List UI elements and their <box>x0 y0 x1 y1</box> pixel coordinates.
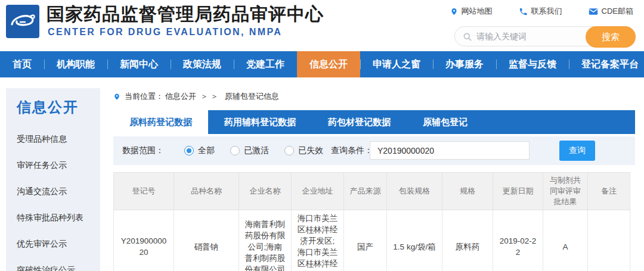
column-header-company-address: 企业地址 <box>292 173 344 210</box>
nav-item-services[interactable]: 办事服务 <box>433 51 496 77</box>
phone-icon <box>519 7 528 16</box>
column-header-spec: 规格 <box>442 173 493 210</box>
cell-update-date: 2019-02-22 <box>493 210 543 271</box>
query-condition-input[interactable] <box>370 141 530 160</box>
column-header-packaging-spec: 包装规格 <box>387 173 442 210</box>
cell-joint-review-result: A <box>543 210 588 271</box>
nav-item-policy[interactable]: 政策法规 <box>171 51 234 77</box>
radio-label-all: 全部 <box>198 145 215 156</box>
table-row[interactable]: Y20190000020 硝普钠 海南普利制药股份有限公司;海南普利制药股份有限… <box>114 210 630 271</box>
column-header-remarks: 备注 <box>588 173 630 210</box>
breadcrumb: 当前位置：信息公开 ＞＞ 原辅包登记信息 <box>113 88 635 105</box>
tab-raw-aux-pack-registration[interactable]: 原辅包登记 <box>407 110 484 134</box>
tab-packaging-registration-data[interactable]: 药包材登记数据 <box>312 110 407 134</box>
location-pin-icon <box>113 92 120 101</box>
column-header-product-origin: 产品来源 <box>344 173 387 210</box>
envelope-icon <box>589 8 598 15</box>
radio-icon[interactable] <box>284 146 294 155</box>
cell-packaging-spec: 1.5 kg/袋/箱 <box>387 210 442 271</box>
sidebar-item-breakthrough-therapy[interactable]: 突破性治疗公示 <box>6 257 100 271</box>
breadcrumb-separator: ＞＞ <box>200 91 221 102</box>
scope-label: 数据范围： <box>122 145 164 156</box>
radio-icon[interactable] <box>184 146 194 155</box>
column-header-variety-name: 品种名称 <box>174 173 239 210</box>
nav-item-applicant-window[interactable]: 申请人之窗 <box>360 51 433 77</box>
site-title-cn: 国家药品监督管理局药品审评中心 <box>47 2 324 27</box>
site-title-en: CENTER FOR DRUG EVALUATION, NMPA <box>48 27 282 38</box>
cell-spec: 原料药 <box>442 210 493 271</box>
tab-api-registration-data[interactable]: 原料药登记数据 <box>113 110 208 134</box>
nav-item-org-functions[interactable]: 机构职能 <box>44 51 107 77</box>
search-button[interactable]: 搜索 <box>586 26 636 48</box>
nav-item-supervision-feedback[interactable]: 监督与反馈 <box>496 51 569 77</box>
column-header-update-date: 更新日期 <box>493 173 543 210</box>
page: 国家药品监督管理局药品审评中心 CENTER FOR DRUG EVALUATI… <box>0 0 644 271</box>
search-input[interactable] <box>476 27 584 45</box>
cde-mail-link-label: CDE邮箱 <box>602 6 633 17</box>
query-button[interactable]: 查询 <box>559 141 595 161</box>
query-condition-label: 查询条件： <box>331 145 373 156</box>
site-header: 国家药品监督管理局药品审评中心 CENTER FOR DRUG EVALUATI… <box>0 0 644 51</box>
sitemap-link-label: 网站地图 <box>462 6 493 17</box>
radio-label-activated: 已激活 <box>244 145 269 156</box>
sidebar-item-priority-review[interactable]: 优先审评公示 <box>6 231 100 257</box>
radio-label-expired: 已失效 <box>298 145 323 156</box>
cde-mail-link[interactable]: CDE邮箱 <box>589 6 633 17</box>
nav-item-home[interactable]: 首页 <box>0 51 44 77</box>
column-header-registration-no: 登记号 <box>114 173 174 210</box>
tab-excipient-registration-data[interactable]: 药用辅料登记数据 <box>208 110 312 134</box>
cde-logo-icon <box>6 5 39 38</box>
radio-option-activated[interactable]: 已激活 <box>230 145 269 156</box>
nav-item-news-center[interactable]: 新闻中心 <box>107 51 171 77</box>
sitemap-link[interactable]: 网站地图 <box>450 6 493 17</box>
sidebar-item-special-approval-list[interactable]: 特殊审批品种列表 <box>6 205 100 231</box>
data-tabs: 原料药登记数据 药用辅料登记数据 药包材登记数据 原辅包登记 <box>113 110 635 134</box>
filter-bar: 数据范围： 全部 已激活 已失效 查询条件： 查询 <box>113 136 635 165</box>
radio-option-all[interactable]: 全部 <box>184 145 215 156</box>
main-nav: 首页 机构职能 新闻中心 政策法规 党建工作 信息公开 申请人之窗 办事服务 监… <box>0 51 644 77</box>
sidebar-item-accepted-varieties[interactable]: 受理品种信息 <box>6 126 100 152</box>
nav-item-party-building[interactable]: 党建工作 <box>234 51 297 77</box>
breadcrumb-label: 当前位置： <box>125 91 163 102</box>
sidebar-item-communication[interactable]: 沟通交流公示 <box>6 179 100 205</box>
cell-remarks <box>588 210 630 271</box>
search-icon <box>463 32 472 42</box>
radio-icon[interactable] <box>230 146 240 155</box>
sidebar-list: 受理品种信息 审评任务公示 沟通交流公示 特殊审批品种列表 优先审评公示 突破性… <box>6 126 100 271</box>
contact-us-link-label: 联系我们 <box>531 6 562 17</box>
nav-item-registration-platform[interactable]: 登记备案平台 <box>569 51 644 77</box>
cell-company-name: 海南普利制药股份有限公司;海南普利制药股份有限公司 <box>239 210 292 271</box>
breadcrumb-current: 原辅包登记信息 <box>225 91 279 102</box>
cell-variety-name: 硝普钠 <box>174 210 239 271</box>
registration-data-table: 登记号 品种名称 企业名称 企业地址 产品来源 包装规格 规格 更新日期 与制剂… <box>113 172 630 271</box>
sidebar: 信息公开 受理品种信息 审评任务公示 沟通交流公示 特殊审批品种列表 优先审评公… <box>6 88 100 271</box>
header-utility-links: 网站地图 联系我们 CDE邮箱 <box>450 6 633 17</box>
cell-company-address: 海口市美兰区桂林洋经济开发区;海口市美兰区桂林洋经济开发区 <box>292 210 344 271</box>
location-pin-icon <box>450 7 458 16</box>
column-header-company-name: 企业名称 <box>239 173 292 210</box>
cell-product-origin: 国产 <box>344 210 387 271</box>
sidebar-title: 信息公开 <box>6 88 100 117</box>
sidebar-item-review-tasks[interactable]: 审评任务公示 <box>6 152 100 179</box>
main-content: 当前位置：信息公开 ＞＞ 原辅包登记信息 原料药登记数据 药用辅料登记数据 药包… <box>113 88 635 271</box>
cell-registration-no: Y20190000020 <box>114 210 174 271</box>
column-header-joint-review-result: 与制剂共同审评审批结果 <box>543 173 588 210</box>
contact-us-link[interactable]: 联系我们 <box>519 6 562 17</box>
nav-item-info-disclosure[interactable]: 信息公开 <box>297 51 360 77</box>
radio-option-expired[interactable]: 已失效 <box>284 145 323 156</box>
breadcrumb-section[interactable]: 信息公开 <box>165 91 196 102</box>
table-header-row: 登记号 品种名称 企业名称 企业地址 产品来源 包装规格 规格 更新日期 与制剂… <box>114 173 630 210</box>
site-search: 搜索 <box>454 26 636 46</box>
